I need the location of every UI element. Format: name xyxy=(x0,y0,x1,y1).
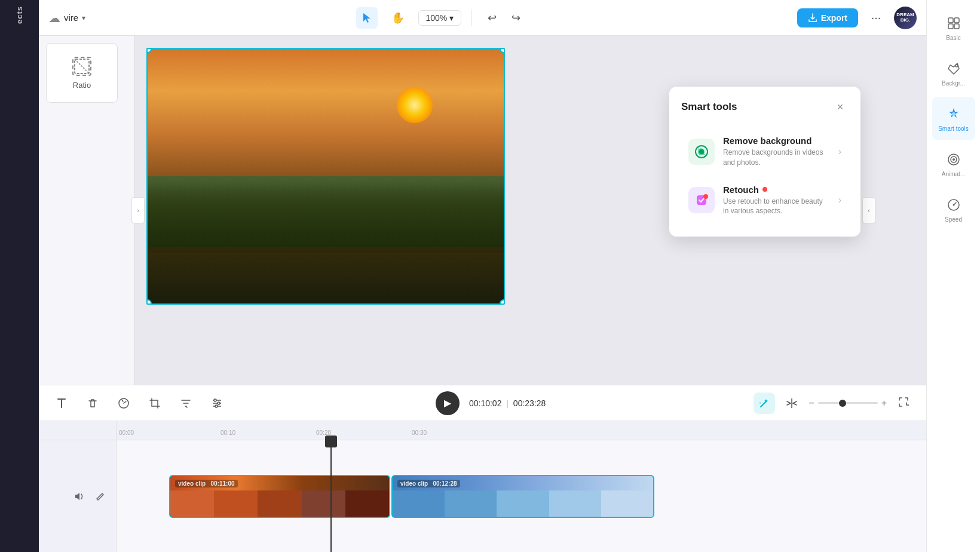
remove-background-name: Remove background xyxy=(723,136,830,146)
ratio-label: Ratio xyxy=(73,81,91,90)
retouch-arrow: › xyxy=(838,195,841,206)
video-canvas[interactable] xyxy=(146,48,505,305)
app-title-partial: ects xyxy=(15,6,24,24)
basic-icon xyxy=(945,14,963,32)
svg-rect-20 xyxy=(948,18,953,23)
avatar-text: DREAM BIG. xyxy=(894,13,917,23)
retouch-desc: Use retouch to enhance beauty in various… xyxy=(723,197,830,217)
avatar[interactable]: DREAM BIG. xyxy=(894,7,917,29)
more-options-button[interactable]: ··· xyxy=(865,7,887,29)
clip-1-thumb-4 xyxy=(302,490,345,517)
redo-button[interactable]: ↪ xyxy=(505,7,526,29)
split-button[interactable] xyxy=(781,392,803,414)
timeline-tracks: video clip 00:11:00 video clip xyxy=(39,440,926,552)
video-sun xyxy=(397,87,433,123)
right-panel-collapse-button[interactable]: ‹ xyxy=(862,197,875,223)
zoom-slider[interactable] xyxy=(818,402,878,404)
timeline-ruler: 00:00 00:10 00:20 00:30 xyxy=(39,421,926,440)
zoom-out-button[interactable]: − xyxy=(808,398,814,409)
remove-background-icon xyxy=(688,139,715,165)
ruler-spacer xyxy=(39,421,117,440)
export-button[interactable]: Export xyxy=(797,8,858,27)
clip-1-thumb-2 xyxy=(214,490,258,517)
zoom-in-button[interactable]: + xyxy=(881,398,887,409)
canvas-handle-br[interactable] xyxy=(500,299,505,305)
retouch-name: Retouch xyxy=(723,185,830,195)
sidebar-item-speed[interactable]: Speed xyxy=(932,188,975,231)
playhead[interactable] xyxy=(330,440,332,552)
filter-button[interactable] xyxy=(175,392,197,414)
svg-point-3 xyxy=(699,149,704,154)
total-time: 00:23:28 xyxy=(513,398,546,408)
svg-point-28 xyxy=(953,158,955,161)
clip-2-thumb-4 xyxy=(549,490,601,517)
fullscreen-button[interactable] xyxy=(893,392,914,414)
clip-2-thumb-5 xyxy=(601,490,653,517)
bottom-toolbar: ▶ 00:10:02 | 00:23:28 xyxy=(39,385,926,421)
hand-icon: ✋ xyxy=(391,11,405,24)
right-controls: − + xyxy=(754,392,914,414)
playback-controls: ▶ 00:10:02 | 00:23:28 xyxy=(237,391,744,415)
video-clip-1[interactable]: video clip 00:11:00 xyxy=(169,475,390,518)
project-name: vire xyxy=(64,13,78,23)
svg-point-24 xyxy=(956,65,958,67)
left-collapse-icon: › xyxy=(137,207,139,214)
project-dropdown-arrow[interactable]: ▾ xyxy=(82,14,85,22)
playhead-handle[interactable] xyxy=(325,436,337,447)
text-tool-button[interactable] xyxy=(51,392,72,414)
svg-line-1 xyxy=(75,59,89,73)
smart-tools-icon xyxy=(945,105,963,123)
ruler-label-3: 00:30 xyxy=(409,430,427,437)
retouch-icon xyxy=(688,187,715,213)
undo-button[interactable]: ↩ xyxy=(481,7,503,29)
toolbar-center: ✋ 100% ▾ ↩ ↪ xyxy=(93,7,789,29)
video-clip-2[interactable]: video clip 00:12:28 xyxy=(391,475,654,518)
smart-tools-close-button[interactable]: × xyxy=(832,99,849,115)
play-button[interactable]: ▶ xyxy=(436,391,460,415)
smart-tool-remove-background[interactable]: Remove background Remove backgrounds in … xyxy=(681,127,849,176)
canvas-area: Ratio › ‹ xyxy=(39,36,926,385)
zoom-control[interactable]: 100% ▾ xyxy=(418,10,462,26)
select-tool-button[interactable] xyxy=(356,7,378,29)
retouch-text: Retouch Use retouch to enhance beauty in… xyxy=(723,185,830,217)
clip-2-label: video clip 00:12:28 xyxy=(397,480,460,487)
sidebar-item-smart-tools[interactable]: Smart tools xyxy=(932,97,975,140)
speed-button[interactable] xyxy=(113,392,134,414)
track-edit-button[interactable] xyxy=(92,488,109,505)
redo-icon: ↪ xyxy=(512,11,520,24)
sidebar-item-animation[interactable]: Animat... xyxy=(932,142,975,185)
toolbar-divider xyxy=(471,10,471,26)
svg-line-16 xyxy=(787,401,791,403)
clip-2-thumbs xyxy=(393,490,653,517)
hand-tool-button[interactable]: ✋ xyxy=(387,7,409,29)
sidebar-item-background[interactable]: Backgr... xyxy=(932,51,975,94)
track-volume-button[interactable] xyxy=(71,488,87,505)
cloud-icon-wrap[interactable]: ☁ vire ▾ xyxy=(48,11,85,25)
zoom-dropdown-icon: ▾ xyxy=(449,13,454,23)
speed-icon xyxy=(945,196,963,214)
delete-button[interactable] xyxy=(82,392,103,414)
smart-tool-retouch[interactable]: Retouch Use retouch to enhance beauty in… xyxy=(681,176,849,225)
svg-rect-22 xyxy=(948,24,953,29)
magic-button[interactable] xyxy=(754,392,775,414)
ratio-button[interactable]: Ratio xyxy=(46,43,118,103)
sidebar-label-background: Backgr... xyxy=(942,80,965,87)
clip-2-thumb-2 xyxy=(445,490,497,517)
remove-background-desc: Remove backgrounds in videos and photos. xyxy=(723,148,830,168)
retouch-badge xyxy=(762,187,767,192)
sidebar-item-basic[interactable]: Basic xyxy=(932,6,975,49)
sidebar-label-animation: Animat... xyxy=(942,171,965,177)
svg-point-30 xyxy=(953,204,954,206)
zoom-slider-wrap: − + xyxy=(808,398,887,409)
background-icon xyxy=(945,60,963,78)
left-panel-collapse-button[interactable]: › xyxy=(131,197,145,223)
svg-point-13 xyxy=(218,402,220,404)
ruler-label-1: 00:10 xyxy=(218,430,235,437)
crop-button[interactable] xyxy=(144,392,166,414)
clip-2-thumb-3 xyxy=(497,490,549,517)
ruler-ticks: 00:00 00:10 00:20 00:30 xyxy=(117,421,926,440)
zoom-level: 100% xyxy=(426,13,448,23)
ruler-track: 00:00 00:10 00:20 00:30 xyxy=(117,421,926,440)
adjust-button[interactable] xyxy=(206,392,228,414)
video-preview xyxy=(148,49,504,303)
